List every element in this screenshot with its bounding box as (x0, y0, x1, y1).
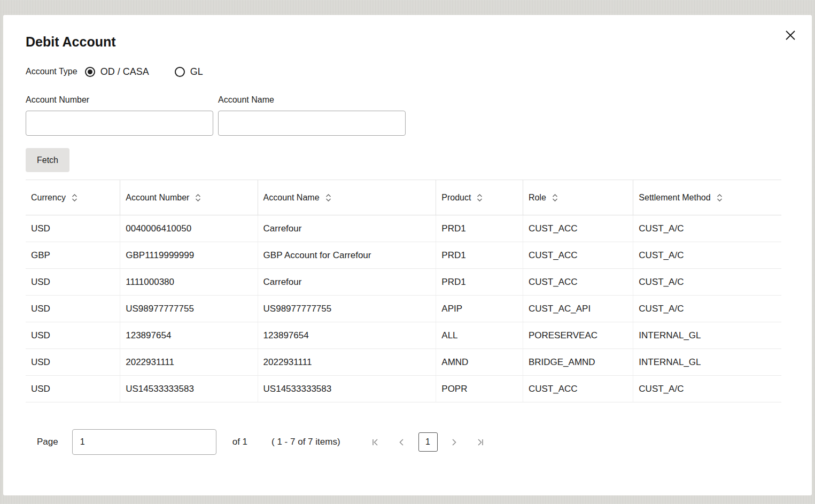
table-cell: US14533333583 (120, 376, 258, 402)
table-cell: USD (26, 322, 120, 349)
table-cell: CUST_A/C (633, 296, 781, 322)
debit-account-modal: Debit Account Account Type OD / CASA GL … (3, 15, 812, 495)
table-cell: POPR (436, 376, 523, 402)
table-cell: Carrefour (258, 269, 436, 296)
table-cell: CUST_A/C (633, 242, 781, 269)
page-number-input[interactable] (72, 429, 216, 455)
radio-gl-label: GL (190, 66, 203, 77)
column-header-product[interactable]: Product (436, 180, 523, 215)
table-cell: BRIDGE_AMND (523, 349, 633, 376)
table-cell: USD (26, 215, 120, 242)
close-button[interactable] (781, 26, 800, 45)
table-cell: CUST_ACC (523, 269, 633, 296)
table-row[interactable]: USD0040006410050CarrefourPRD1CUST_ACCCUS… (26, 215, 781, 242)
pagination-controls: 1 (366, 432, 497, 452)
current-page-button[interactable]: 1 (418, 432, 438, 452)
table-row[interactable]: USD123897654123897654ALLPORESERVEACINTER… (26, 322, 781, 349)
next-page-button[interactable] (445, 432, 464, 452)
sort-icon[interactable] (552, 193, 558, 203)
account-number-field-group: Account Number (26, 95, 213, 136)
table-cell: ALL (436, 322, 523, 349)
page-label: Page (37, 437, 58, 447)
column-header-label: Settlement Method (639, 193, 710, 203)
radio-od-casa[interactable]: OD / CASA (85, 66, 149, 77)
sort-icon[interactable] (72, 193, 77, 203)
table-cell: CUST_ACC (523, 376, 633, 402)
table-cell: USD (26, 376, 120, 402)
table-cell: APIP (436, 296, 523, 322)
table-row[interactable]: USDUS14533333583US14533333583POPRCUST_AC… (26, 376, 781, 402)
search-fields: Account Number Account Name (26, 95, 812, 136)
table-cell: CUST_ACC (523, 242, 633, 269)
column-header-account-number[interactable]: Account Number (120, 180, 258, 215)
sort-icon[interactable] (195, 193, 201, 203)
table-cell: USD (26, 296, 120, 322)
last-page-icon (476, 438, 485, 447)
radio-unselected-icon (175, 67, 185, 77)
account-name-input[interactable] (218, 111, 406, 136)
table-cell: CUST_ACC (523, 215, 633, 242)
previous-page-button[interactable] (392, 432, 412, 452)
table-cell: USD (26, 269, 120, 296)
table-cell: CUST_A/C (633, 376, 781, 402)
column-header-label: Currency (31, 193, 66, 203)
table-cell: GBP (26, 242, 120, 269)
table-cell: PRD1 (436, 269, 523, 296)
table-body: USD0040006410050CarrefourPRD1CUST_ACCCUS… (26, 215, 781, 402)
column-header-label: Account Number (126, 193, 189, 203)
table-cell: CUST_A/C (633, 269, 781, 296)
last-page-button[interactable] (471, 432, 490, 452)
sort-icon[interactable] (325, 193, 331, 203)
column-header-account-name[interactable]: Account Name (258, 180, 436, 215)
account-type-group: Account Type OD / CASA GL (26, 65, 812, 78)
next-page-icon (449, 438, 459, 447)
table-cell: USD (26, 349, 120, 376)
column-header-currency[interactable]: Currency (26, 180, 120, 215)
table-cell: PRD1 (436, 242, 523, 269)
close-icon (785, 29, 796, 41)
table-cell: Carrefour (258, 215, 436, 242)
radio-selected-icon (85, 67, 95, 77)
previous-page-icon (397, 438, 406, 447)
table-header-row: CurrencyAccount NumberAccount NameProduc… (26, 180, 781, 215)
table-cell: 2022931111 (258, 349, 436, 376)
table-cell: PORESERVEAC (523, 322, 633, 349)
column-header-label: Product (441, 193, 471, 203)
page-title: Debit Account (26, 34, 812, 49)
pagination-bar: Page of 1 ( 1 - 7 of 7 items) 1 (37, 429, 812, 455)
table-cell: AMND (436, 349, 523, 376)
items-range-text: ( 1 - 7 of 7 items) (271, 437, 340, 447)
account-type-label: Account Type (26, 67, 77, 76)
table-cell: US98977777755 (120, 296, 258, 322)
sort-icon[interactable] (717, 193, 723, 203)
accounts-table: CurrencyAccount NumberAccount NameProduc… (26, 180, 781, 402)
sort-icon[interactable] (477, 193, 483, 203)
table-cell: 123897654 (120, 322, 258, 349)
table-cell: INTERNAL_GL (633, 349, 781, 376)
table-cell: 123897654 (258, 322, 436, 349)
account-name-field-group: Account Name (218, 95, 406, 136)
table-cell: GBP Account for Carrefour (258, 242, 436, 269)
radio-gl[interactable]: GL (175, 66, 203, 77)
table-cell: GBP1119999999 (120, 242, 258, 269)
table-cell: PRD1 (436, 215, 523, 242)
table-cell: CUST_A/C (633, 215, 781, 242)
account-number-label: Account Number (26, 95, 213, 105)
table-cell: 1111000380 (120, 269, 258, 296)
table-row[interactable]: USD1111000380CarrefourPRD1CUST_ACCCUST_A… (26, 269, 781, 296)
table-row[interactable]: USD20229311112022931111AMNDBRIDGE_AMNDIN… (26, 349, 781, 376)
account-number-input[interactable] (26, 111, 213, 136)
table-cell: US14533333583 (258, 376, 436, 402)
table-cell: 2022931111 (120, 349, 258, 376)
table-row[interactable]: USDUS98977777755US98977777755APIPCUST_AC… (26, 296, 781, 322)
column-header-settlement-method[interactable]: Settlement Method (633, 180, 781, 215)
column-header-label: Role (529, 193, 546, 203)
table-cell: US98977777755 (258, 296, 436, 322)
page-of-text: of 1 (232, 437, 247, 447)
fetch-button[interactable]: Fetch (26, 148, 69, 172)
column-header-role[interactable]: Role (523, 180, 633, 215)
table-cell: 0040006410050 (120, 215, 258, 242)
table-row[interactable]: GBPGBP1119999999GBP Account for Carrefou… (26, 242, 781, 269)
column-header-label: Account Name (263, 193, 320, 203)
first-page-button[interactable] (366, 432, 385, 452)
